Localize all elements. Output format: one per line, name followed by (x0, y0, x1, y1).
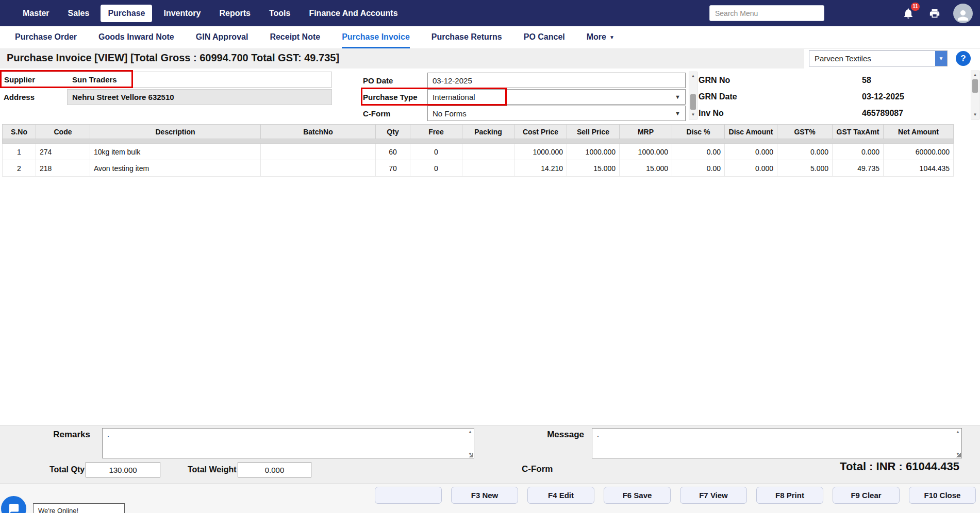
button-f6-save[interactable]: F6 Save (604, 487, 671, 504)
cell-packing (462, 144, 514, 160)
remarks-textarea[interactable]: . ▲ ▼ (102, 428, 474, 458)
nav-master[interactable]: Master (15, 5, 57, 22)
page-scrollbar[interactable]: ▲ ▼ (971, 71, 979, 119)
cell-free: 0 (410, 160, 462, 177)
cell-mrp: 1000.000 (620, 144, 672, 160)
bell-icon[interactable]: 11 (902, 7, 915, 20)
table-row[interactable]: 1 274 10kg item bulk 60 0 1000.000 1000.… (3, 144, 954, 160)
nav-finance-and-accounts[interactable]: Finance And Accounts (302, 5, 405, 22)
scroll-down-icon[interactable]: ▼ (971, 111, 979, 118)
company-select[interactable]: Parveen Textiles ▼ (809, 50, 948, 66)
inv-no-value: 465789087 (862, 109, 903, 118)
subnav-purchase-returns[interactable]: Purchase Returns (431, 26, 502, 48)
cell-sno: 2 (3, 160, 36, 177)
cell-disc-pct: 0.00 (672, 160, 725, 177)
subnav-po-cancel[interactable]: PO Cancel (524, 26, 565, 48)
cell-sno: 1 (3, 144, 36, 160)
subnav-receipt-note[interactable]: Receipt Note (270, 26, 320, 48)
items-table: S.No Code Description BatchNo Qty Free P… (2, 124, 954, 177)
col-net-amount: Net Amount (884, 125, 954, 139)
cell-cost-price: 14.210 (514, 160, 567, 177)
message-textarea[interactable]: . ▲ ▼ (592, 428, 962, 458)
supplier-field[interactable]: Supplier Sun Traders (0, 72, 332, 88)
cell-batchno (261, 160, 376, 177)
supplier-value: Sun Traders (68, 72, 331, 87)
button-f4-edit[interactable]: F4 Edit (527, 487, 594, 504)
nav-sales[interactable]: Sales (61, 5, 97, 22)
button-f8-print[interactable]: F8 Print (756, 487, 823, 504)
nav-reports[interactable]: Reports (212, 5, 257, 22)
button-f9-clear[interactable]: F9 Clear (833, 487, 900, 504)
remarks-label: Remarks (52, 430, 90, 440)
cell-qty: 70 (376, 160, 410, 177)
purchase-type-select[interactable]: International ▼ (427, 89, 686, 105)
subnav-purchase-invoice[interactable]: Purchase Invoice (342, 26, 410, 48)
scrollbar-thumb[interactable] (972, 79, 978, 93)
total-weight-input[interactable] (238, 462, 311, 477)
cell-mrp: 15.000 (620, 160, 672, 177)
subnav-goods-inward-note[interactable]: Goods Inward Note (98, 26, 174, 48)
purchase-type-value: International (433, 93, 475, 101)
app-window: Master Sales Purchase Inventory Reports … (0, 0, 980, 513)
chevron-down-icon: ▼ (675, 110, 680, 116)
help-button[interactable]: ? (956, 51, 971, 66)
cell-qty: 60 (376, 144, 410, 160)
grn-date-value: 03-12-2025 (862, 92, 904, 101)
col-mrp: MRP (620, 125, 672, 139)
cform-bottom-label: C-Form (522, 464, 553, 474)
chevron-down-icon: ▼ (609, 35, 614, 40)
chat-status-box[interactable]: We're Online! (33, 503, 125, 513)
cell-gst-taxamt: 49.735 (833, 160, 884, 177)
inv-no-label: Inv No (699, 109, 724, 118)
col-batchno: BatchNo (261, 125, 376, 139)
col-gst-pct: GST% (777, 125, 833, 139)
po-date-input[interactable] (427, 73, 686, 88)
cell-description: 10kg item bulk (90, 144, 261, 160)
total-qty-label: Total Qty (49, 465, 85, 474)
printer-icon[interactable] (928, 7, 941, 20)
top-navbar: Master Sales Purchase Inventory Reports … (0, 0, 980, 26)
textarea-scroll-up-icon[interactable]: ▲ (956, 430, 960, 434)
subnav-gin-approval[interactable]: GIN Approval (196, 26, 248, 48)
nav-inventory[interactable]: Inventory (156, 5, 208, 22)
resize-grip-icon[interactable] (956, 452, 961, 457)
button-f3-new[interactable]: F3 New (451, 487, 518, 504)
nav-tools[interactable]: Tools (262, 5, 297, 22)
resize-grip-icon[interactable] (468, 452, 473, 457)
purchase-type-label: Purchase Type (363, 93, 418, 101)
cform-select[interactable]: No Forms ▼ (427, 106, 686, 121)
subnav-more-label: More (587, 32, 606, 42)
po-date-label: PO Date (363, 76, 393, 85)
scroll-down-icon[interactable]: ▼ (689, 111, 697, 118)
col-code: Code (36, 125, 90, 139)
form-scrollbar[interactable]: ▲ ▼ (689, 72, 697, 119)
chevron-down-icon[interactable]: ▼ (935, 51, 947, 66)
cell-net-amount: 60000.000 (884, 144, 954, 160)
cform-label: C-Form (363, 109, 390, 118)
button-f7-view[interactable]: F7 View (680, 487, 747, 504)
button-bar: F3 New F4 Edit F6 Save F7 View F8 Print … (0, 483, 980, 513)
search-input[interactable] (709, 5, 824, 21)
button-f10-close[interactable]: F10 Close (909, 487, 976, 504)
scroll-up-icon[interactable]: ▲ (689, 73, 697, 80)
cell-disc-amount: 0.000 (725, 160, 777, 177)
cell-disc-amount: 0.000 (725, 144, 777, 160)
subnav-purchase-order[interactable]: Purchase Order (15, 26, 77, 48)
nav-purchase[interactable]: Purchase (101, 5, 152, 22)
textarea-scroll-up-icon[interactable]: ▲ (468, 430, 472, 434)
avatar[interactable] (953, 4, 973, 23)
company-select-value: Parveen Textiles (809, 54, 935, 63)
col-packing: Packing (462, 125, 514, 139)
cell-code: 274 (36, 144, 90, 160)
col-qty: Qty (376, 125, 410, 139)
notification-badge: 11 (911, 3, 920, 11)
scrollbar-thumb[interactable] (690, 94, 696, 110)
button-blank[interactable] (375, 487, 442, 504)
col-disc-pct: Disc % (672, 125, 725, 139)
cell-disc-pct: 0.00 (672, 144, 725, 160)
cell-sell-price: 1000.000 (567, 144, 620, 160)
subnav-more[interactable]: More ▼ (587, 26, 614, 48)
total-qty-input[interactable] (86, 462, 160, 477)
scroll-up-icon[interactable]: ▲ (971, 72, 979, 79)
table-row[interactable]: 2 218 Avon testing item 70 0 14.210 15.0… (3, 160, 954, 177)
